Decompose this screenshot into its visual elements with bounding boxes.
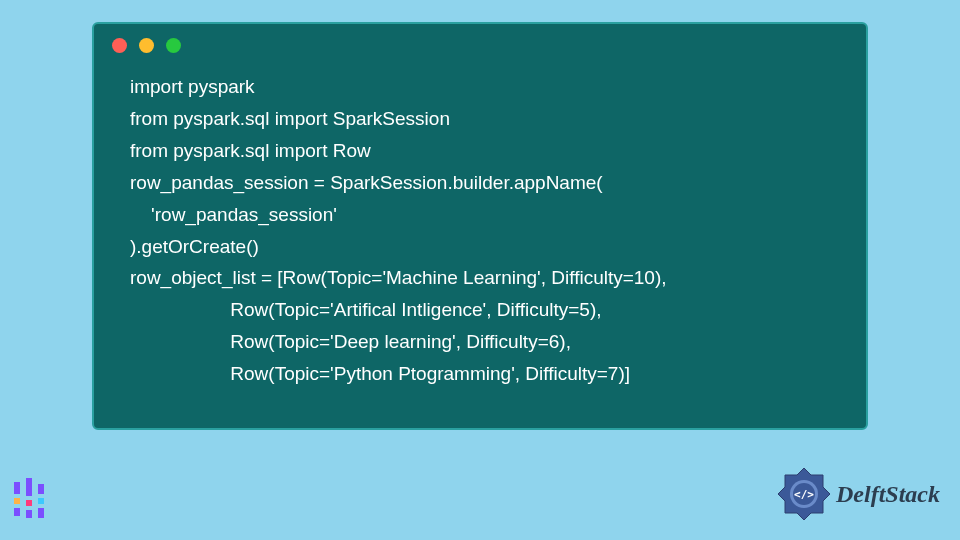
svg-rect-0 [14,482,20,494]
svg-text:</>: </> [794,488,814,501]
left-logo-icon [8,476,52,520]
code-window: import pyspark from pyspark.sql import S… [92,22,868,430]
brand-text: DelftStack [836,481,940,508]
code-content: import pyspark from pyspark.sql import S… [94,57,866,408]
svg-rect-7 [38,498,44,504]
window-maximize-dot [166,38,181,53]
svg-rect-6 [38,484,44,494]
right-logo: </> DelftStack [774,464,940,524]
window-close-dot [112,38,127,53]
delftstack-icon: </> [774,464,834,524]
svg-rect-1 [14,498,20,504]
svg-rect-3 [26,478,32,496]
svg-rect-8 [38,508,44,518]
window-minimize-dot [139,38,154,53]
window-controls [94,24,866,57]
svg-rect-5 [26,510,32,518]
svg-rect-4 [26,500,32,506]
svg-rect-2 [14,508,20,516]
